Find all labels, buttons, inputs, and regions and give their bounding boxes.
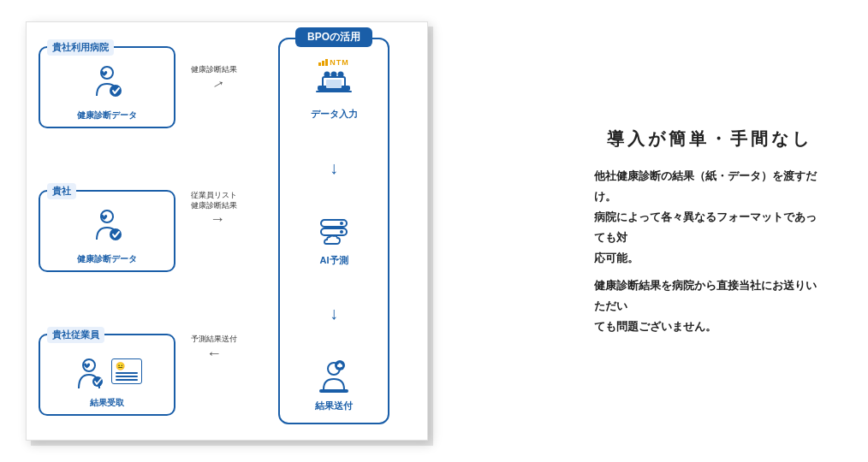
svg-rect-21	[319, 389, 348, 393]
svg-point-11	[338, 72, 344, 78]
arrow-company-text: 従業員リスト 健康診断結果	[191, 191, 237, 210]
bpo-title: BPOの活用	[295, 27, 372, 47]
data-entry-icon	[311, 68, 357, 106]
main-heading: 導入が簡単・手間なし	[594, 125, 825, 152]
entity-employee-icon	[72, 356, 106, 394]
arrow-employee-text: 予測結果送付	[191, 335, 237, 344]
arrow-hospital-text: 健康診断結果	[191, 65, 237, 74]
main-container: 貴社利用病院 健康診断データ 貴社	[0, 0, 868, 462]
description: 他社健康診断の結果（紙・データ）を渡すだけ。病院によって各々異なるフォーマットで…	[594, 166, 825, 337]
svg-point-1	[110, 85, 122, 97]
left-column: 貴社利用病院 健康診断データ 貴社	[39, 38, 175, 424]
arrow-left-icon: ←	[206, 345, 222, 363]
svg-point-5	[92, 376, 103, 387]
entity-employee-label: 結果受取	[90, 397, 124, 409]
bpo-column: BPOの活用 NTM	[253, 38, 415, 424]
employee-doc-icon: 😐	[111, 358, 142, 384]
entity-hospital-icon	[85, 62, 129, 106]
bpo-step-data-input: NTM	[311, 58, 358, 121]
ai-icon	[311, 215, 357, 252]
middle-arrows: 健康診断結果 → 従業員リスト 健康診断結果 → 予測結果送付 ←	[184, 38, 244, 424]
svg-rect-20	[337, 364, 342, 367]
entity-hospital: 貴社利用病院 健康診断データ	[39, 46, 175, 128]
bpo-step-result: 結果送付	[311, 360, 357, 412]
entity-employee: 貴社従業員 😐	[39, 334, 175, 416]
svg-rect-8	[326, 80, 342, 88]
svg-rect-12	[316, 91, 352, 92]
arrow-right-icon-2: →	[210, 210, 225, 228]
ntm-text: NTM	[330, 58, 349, 67]
entity-hospital-title: 貴社利用病院	[47, 39, 114, 56]
svg-point-16	[340, 230, 343, 234]
bpo-arrow-1: ↓	[330, 159, 338, 176]
arrow-company: 従業員リスト 健康診断結果 →	[191, 191, 237, 228]
svg-point-15	[340, 222, 343, 225]
svg-point-10	[331, 72, 337, 78]
entity-company: 貴社 健康診断データ	[39, 190, 175, 272]
diagram-card: 貴社利用病院 健康診断データ 貴社	[26, 21, 428, 441]
right-section: 導入が簡単・手間なし 他社健康診断の結果（紙・データ）を渡すだけ。病院によって各…	[577, 116, 842, 346]
bpo-arrow-2: ↓	[330, 305, 338, 322]
bpo-container: BPOの活用 NTM	[278, 38, 389, 424]
bpo-step-ai-label: AI予測	[320, 254, 348, 267]
entity-hospital-label: 健康診断データ	[77, 110, 137, 121]
bpo-step-result-label: 結果送付	[315, 400, 353, 412]
entity-company-title: 貴社	[47, 183, 76, 199]
arrow-hospital: 健康診断結果 →	[191, 65, 237, 92]
bpo-step-ai: AI予測	[311, 215, 357, 267]
arrow-employee: 予測結果送付 ←	[191, 335, 237, 362]
entity-company-icon	[85, 205, 129, 250]
svg-point-3	[110, 228, 122, 240]
svg-point-9	[324, 72, 330, 78]
result-icon	[311, 360, 357, 398]
bpo-step-data-input-label: データ入力	[311, 108, 358, 121]
ntm-logo: NTM	[318, 58, 349, 67]
entity-company-label: 健康診断データ	[77, 253, 137, 265]
arrow-right-icon-1: →	[207, 72, 229, 95]
entity-employee-title: 貴社従業員	[47, 327, 104, 343]
